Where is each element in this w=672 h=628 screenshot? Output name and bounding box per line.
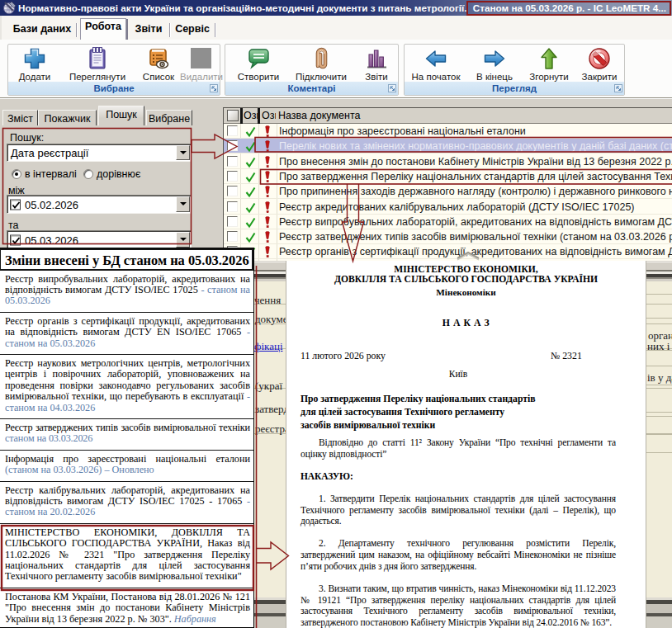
changes-item[interactable]: МІНІСТЕРСТВО ЕКОНОМІКИ, ДОВКІЛЛЯ ТА СІЛЬ… <box>0 524 253 588</box>
sidebar-tab-pokazhchyk[interactable]: Покажчик <box>38 110 97 126</box>
changes-item[interactable]: Постанова КМ України, Постанова від 28.0… <box>0 588 253 628</box>
header-cell-mark1[interactable]: Озн <box>244 108 258 124</box>
menu-tab-zvity[interactable]: Звіти <box>130 21 167 39</box>
sidebar-tab-zmist[interactable]: Зміст <box>2 110 38 126</box>
go-last-button[interactable]: В кінець <box>469 46 520 83</box>
doc-date: 11 лютого 2026 року <box>301 350 386 361</box>
doc-order-word: Н А К А З <box>286 317 646 329</box>
changes-item[interactable]: Реєстр калібрувальних лабораторій, акред… <box>0 482 253 524</box>
document-list-row[interactable]: Про припинення заходів державного нагляд… <box>224 184 672 199</box>
close-button[interactable]: Закрити <box>577 46 622 83</box>
header-cell-checkbox[interactable] <box>224 108 240 124</box>
doc-item-3: 3. Визнати таким, що втратив чинність, н… <box>301 583 616 628</box>
comment-reports-button[interactable]: Звіти <box>356 46 397 83</box>
document-list-row[interactable]: Реєстр випробувальних лабораторій, акред… <box>224 215 672 229</box>
arrow-right-icon <box>482 46 507 71</box>
doc-item-1: 1. Затвердити Перелік національних станд… <box>301 493 616 527</box>
list-button[interactable]: Список <box>135 46 182 83</box>
document-list: Озн Озн Назва документа Інформація про з… <box>223 107 672 261</box>
header-cell-name[interactable]: Назва документа <box>278 108 672 124</box>
menu-tab-servis[interactable]: Сервіс <box>172 21 213 39</box>
equals-radio-label: дорівнює <box>97 168 140 180</box>
row-checkbox[interactable] <box>227 186 238 196</box>
date-to-checkbox[interactable] <box>10 234 21 245</box>
collapse-button[interactable]: Згорнути <box>523 46 575 83</box>
changes-item[interactable]: Реєстр затверджених типів засобів вимірю… <box>0 419 253 451</box>
changes-item[interactable]: Інформація про зареєстровані національні… <box>0 451 253 482</box>
journal-eye-icon <box>146 46 171 71</box>
header-cell-mark2[interactable]: Озн <box>262 108 276 124</box>
check-mark-icon <box>244 125 257 138</box>
row-checkbox[interactable] <box>227 171 238 182</box>
changes-item[interactable]: Реєстр органів з сертифікації продукції,… <box>0 313 253 355</box>
background-link[interactable]: фікаці <box>254 340 283 353</box>
document-list-row[interactable]: Про внесення змін до постанови Кабінету … <box>224 154 672 169</box>
sidebar-tab-poshuk[interactable]: Пошук <box>98 106 144 126</box>
arrow-left-icon <box>424 46 448 71</box>
row-checkbox[interactable] <box>227 231 238 242</box>
search-label: Пошук: <box>10 132 44 144</box>
interval-radio[interactable] <box>12 169 21 179</box>
delete-button[interactable]: Видалити <box>180 46 221 83</box>
row-checkbox[interactable] <box>227 156 238 167</box>
changes-item-date-note: станом на 03.03.2026 <box>5 432 92 444</box>
document-title: Реєстр затверджених типів засобів вимірю… <box>279 230 672 243</box>
combo-dropdown-button[interactable] <box>176 196 190 212</box>
changes-item-text: МІНІСТЕРСТВО ЕКОНОМІКИ, ДОВКІЛЛЯ ТА СІЛЬ… <box>5 526 250 583</box>
document-list-row[interactable]: Реєстр затверджених типів засобів вимірю… <box>224 229 672 244</box>
document-list-row[interactable]: Реєстр органів з сертифікації продукції,… <box>224 244 672 259</box>
dialog-launcher-icon[interactable] <box>210 84 218 92</box>
ribbon-group-komentari: Створити Підключити <box>225 44 399 96</box>
document-list-row[interactable]: Перелік нових та змінених нормативно-пра… <box>224 139 672 153</box>
check-mark-icon <box>244 216 257 229</box>
attach-comment-button[interactable]: Підключити <box>288 46 354 83</box>
changes-item[interactable]: Реєстр наукових метрологічних центрів, м… <box>0 355 253 419</box>
exclamation-icon <box>264 156 271 168</box>
row-checkbox[interactable] <box>227 140 238 151</box>
date-to-combobox[interactable]: 05.03.2026 <box>7 230 192 249</box>
row-checkbox[interactable] <box>227 216 238 227</box>
document-list-row[interactable]: Про затвердження Переліку національних с… <box>224 169 672 184</box>
no-entry-icon <box>587 46 612 71</box>
add-button[interactable]: Додати <box>11 46 59 83</box>
window-title: Нормативно-правові акти України та орган… <box>18 2 467 13</box>
doc-resolve-word: НАКАЗУЮ: <box>301 471 616 483</box>
document-list-row[interactable]: Інформація про зареєстровані національні… <box>224 124 672 139</box>
combo-dropdown-button[interactable] <box>176 145 190 160</box>
title-bar: Нормативно-правові акти України та орган… <box>0 0 672 16</box>
check-mark-icon <box>244 156 257 168</box>
view-button[interactable]: Переглянути <box>60 46 135 83</box>
search-field-combobox[interactable]: Дата реєстрації <box>7 144 192 162</box>
document-list-row[interactable]: Реєстр акредитованих калібрувальних лабо… <box>224 200 672 215</box>
select-all-checkbox[interactable] <box>227 110 239 121</box>
menu-tab-bazy-danykh[interactable]: Бази даних <box>10 21 74 39</box>
changes-item-date-note: (станом на 03.03.2026) – Оновлено <box>5 464 154 475</box>
exclamation-icon <box>264 201 271 214</box>
app-icon <box>2 1 17 15</box>
doc-city: Київ <box>301 369 616 379</box>
document-preview: МІНІСТЕРСТВО ЕКОНОМІКИ, ДОВКІЛЛЯ ТА СІЛЬ… <box>286 261 646 628</box>
notepad-icon <box>85 46 110 71</box>
row-checkbox[interactable] <box>227 125 238 136</box>
dialog-launcher-icon[interactable] <box>388 84 396 92</box>
changes-item[interactable]: Реєстр випробувальних лабораторій, акред… <box>0 271 253 313</box>
go-first-button[interactable]: На початок <box>409 46 463 83</box>
exclamation-icon <box>264 216 271 229</box>
changes-item-text: Реєстр наукових метрологічних центрів, м… <box>5 357 250 402</box>
document-title: Інформація про зареєстровані національні… <box>279 125 672 138</box>
date-from-checkbox[interactable] <box>10 199 21 210</box>
menu-tab-robota[interactable]: Робота <box>80 18 126 40</box>
doc-subject: Про затвердження Переліку національних с… <box>301 393 616 432</box>
create-comment-button[interactable]: Створити <box>234 46 283 83</box>
interval-radio-label: в інтервалі <box>25 168 77 180</box>
equals-radio[interactable] <box>83 169 93 179</box>
combo-dropdown-button[interactable] <box>176 232 190 248</box>
application-window: Нормативно-правові акти України та орган… <box>0 0 672 628</box>
dialog-launcher-icon[interactable] <box>614 84 622 92</box>
splitter-collapse-icon[interactable] <box>456 251 480 261</box>
menu-bar: Бази даних Робота Звіти Сервіс <box>0 16 672 40</box>
row-checkbox[interactable] <box>227 201 238 212</box>
doc-number: № 2321 <box>551 350 582 362</box>
sidebar-tab-vybrane[interactable]: Вибране <box>146 110 192 126</box>
date-from-combobox[interactable]: 05.02.2026 <box>7 195 192 214</box>
